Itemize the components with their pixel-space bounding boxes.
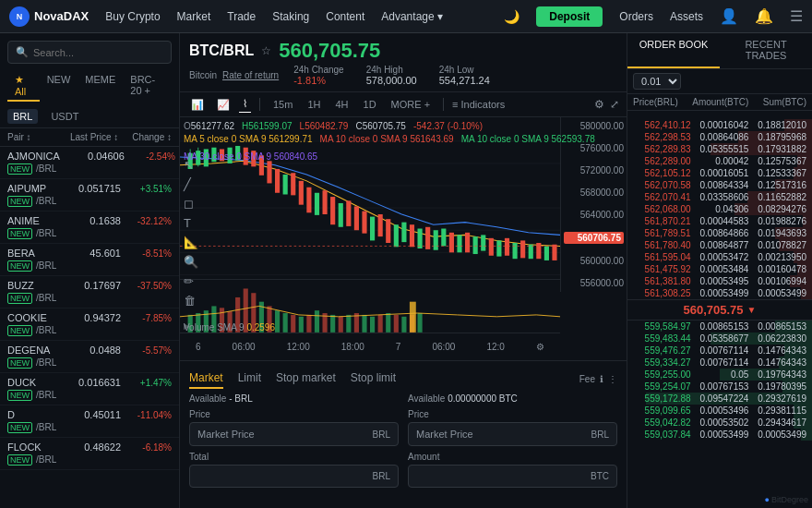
- ob-sell-row[interactable]: 562,410.12 0.00016042 0.18812010: [627, 119, 812, 131]
- deposit-button[interactable]: Deposit: [536, 6, 603, 27]
- bell-icon[interactable]: 🔔: [755, 7, 773, 25]
- ob-sell-row[interactable]: 561,381.80 0.00053495 0.00106994: [627, 275, 812, 287]
- sell-amount-input[interactable]: BTC: [408, 465, 617, 488]
- chart-canvas: O561277.62 H561599.07 L560482.79 C560705…: [180, 117, 627, 360]
- ob-buy-row[interactable]: 559,099.65 0.00053496 0.29381115: [627, 405, 812, 417]
- toolbar-area-icon[interactable]: ⌇: [239, 96, 251, 113]
- ob-sell-row[interactable]: 562,070.58 0.00864334 0.12517316: [627, 179, 812, 191]
- svg-rect-53: [536, 243, 541, 259]
- tf-more[interactable]: MORE +: [387, 97, 435, 112]
- ob-sell-row[interactable]: 562,070.41 0.03358606 0.11652882: [627, 191, 812, 203]
- chart-settings-bottom[interactable]: ⚙: [536, 342, 544, 352]
- draw-pencil-icon[interactable]: ✏: [184, 274, 198, 288]
- chart-settings-icon[interactable]: ⚙: [594, 98, 604, 111]
- tf-4h[interactable]: 4H: [330, 97, 352, 112]
- price-level-5: 560000.00: [564, 256, 624, 266]
- fav-icon[interactable]: ☆: [261, 44, 271, 57]
- ob-buy-row[interactable]: 559,042.82 0.00053502 0.29434617: [627, 417, 812, 429]
- svg-rect-42: [449, 233, 454, 253]
- ob-sell-row[interactable]: 561,595.04 0.00053472 0.00213950: [627, 251, 812, 263]
- precision-select[interactable]: 0.01: [633, 73, 681, 90]
- user-icon[interactable]: 👤: [720, 7, 738, 25]
- menu-icon[interactable]: ☰: [790, 7, 803, 25]
- ob-sell-row[interactable]: 561,475.92 0.00053484 0.00160478: [627, 263, 812, 275]
- toolbar-line-icon[interactable]: 📈: [213, 97, 233, 113]
- ob-sell-row[interactable]: 562,105.12 0.00016051 0.12533367: [627, 167, 812, 179]
- tab-brc20[interactable]: BRC-20 +: [123, 71, 172, 102]
- nav-market[interactable]: Market: [177, 10, 211, 23]
- tab-order-book[interactable]: ORDER BOOK: [627, 33, 720, 68]
- toolbar-candle-icon[interactable]: 📊: [187, 97, 208, 113]
- tab-new[interactable]: NEW: [40, 71, 78, 102]
- list-item[interactable]: COOKIE 0.94372 -7.85% NEW /BRL: [0, 308, 179, 341]
- tab-meme[interactable]: MEME: [78, 71, 123, 102]
- ob-sell-row[interactable]: 561,308.25 0.00053499 0.00053499: [627, 287, 812, 299]
- ob-buy-row[interactable]: 559,172.88 0.09547224 0.29327619: [627, 393, 812, 405]
- draw-line-icon[interactable]: ╱: [184, 177, 198, 191]
- indicators-btn[interactable]: ≡ Indicators: [452, 99, 505, 110]
- svg-rect-71: [299, 317, 304, 333]
- tf-15m[interactable]: 15m: [269, 97, 297, 112]
- list-item[interactable]: ANIME 0.1638 -32.12% NEW /BRL: [0, 212, 179, 244]
- ob-buy-row[interactable]: 559,334.27 0.00767114 0.14764343: [627, 357, 812, 369]
- rate-return[interactable]: Rate of return: [222, 70, 279, 80]
- currency-usdt[interactable]: USDT: [45, 109, 84, 124]
- tab-recent-trades[interactable]: RECENT TRADES: [720, 33, 812, 68]
- ob-sell-row[interactable]: 561,870.21 0.00044583 0.01988276: [627, 215, 812, 227]
- ob-buy-row[interactable]: 559,584.97 0.00865153 0.00865153: [627, 321, 812, 333]
- draw-delete-icon[interactable]: 🗑: [184, 294, 198, 308]
- ob-sell-row[interactable]: 562,068.00 0.04306 0.08294276: [627, 203, 812, 215]
- draw-shape-icon[interactable]: ◻: [184, 197, 198, 211]
- ob-sell-row[interactable]: 561,789.51 0.00864866 0.01943693: [627, 227, 812, 239]
- buy-total-input[interactable]: BRL: [189, 465, 399, 488]
- nav-content[interactable]: Content: [326, 10, 364, 23]
- list-item[interactable]: BUZZ 0.17697 -37.50% NEW /BRL: [0, 276, 179, 308]
- list-item[interactable]: AIPUMP 0.051715 +3.51% NEW /BRL: [0, 179, 179, 212]
- list-item[interactable]: AJMONICA 0.04606 -2.54% NEW /BRL: [0, 147, 179, 179]
- list-item[interactable]: BERA 45.601 -8.51% NEW /BRL: [0, 244, 179, 276]
- right-tabs: ORDER BOOK RECENT TRADES: [627, 33, 812, 69]
- nav-trade[interactable]: Trade: [227, 10, 256, 23]
- ob-sell-row[interactable]: 562,289.83 0.05355515 0.17931882: [627, 143, 812, 155]
- draw-zoom-icon[interactable]: 🔍: [184, 255, 198, 269]
- tab-limit[interactable]: Limit: [238, 369, 261, 389]
- logo[interactable]: N NovaDAX: [9, 6, 89, 27]
- assets-link[interactable]: Assets: [670, 10, 703, 23]
- search-input[interactable]: [33, 47, 163, 58]
- draw-measure-icon[interactable]: 📐: [184, 236, 198, 249]
- draw-text-icon[interactable]: T: [184, 216, 198, 230]
- sell-price-input[interactable]: Market Price BRL: [408, 422, 617, 446]
- fee-info-icon[interactable]: ℹ: [600, 374, 603, 384]
- list-item[interactable]: FLOCK 0.48622 -6.18% NEW /BRL: [0, 438, 179, 470]
- tab-stop-market[interactable]: Stop market: [276, 369, 336, 389]
- ob-buy-row[interactable]: 559,037.84 0.00053499 0.00053499: [627, 429, 812, 441]
- ob-sell-row[interactable]: 562,298.53 0.00864086 0.18795968: [627, 131, 812, 143]
- search-box[interactable]: 🔍: [7, 41, 172, 64]
- nav-staking[interactable]: Staking: [272, 10, 309, 23]
- ob-sell-row[interactable]: 561,780.40 0.00864877 0.01078827: [627, 239, 812, 251]
- svg-rect-22: [291, 173, 295, 195]
- fee-menu-icon[interactable]: ⋮: [608, 374, 617, 384]
- buy-price-input[interactable]: Market Price BRL: [189, 422, 399, 446]
- list-item[interactable]: DEGENA 0.0488 -5.57% NEW /BRL: [0, 341, 179, 373]
- list-item[interactable]: DUCK 0.016631 +1.47% NEW /BRL: [0, 373, 179, 405]
- orders-link[interactable]: Orders: [619, 10, 653, 23]
- tf-1h[interactable]: 1H: [303, 97, 325, 112]
- nav-advantage[interactable]: Advantage ▾: [381, 10, 443, 23]
- tf-1d[interactable]: 1D: [359, 97, 381, 112]
- moon-icon[interactable]: 🌙: [504, 9, 519, 24]
- ob-buy-row[interactable]: 559,476.27 0.00767114 0.14764343: [627, 345, 812, 357]
- currency-brl[interactable]: BRL: [7, 109, 38, 124]
- ob-buy-row[interactable]: 559,483.44 0.05358677 0.06223830: [627, 333, 812, 345]
- nav-buy-crypto[interactable]: Buy Crypto: [105, 10, 160, 23]
- draw-cursor-icon[interactable]: ↖: [184, 158, 198, 172]
- ob-sell-row[interactable]: 562,289.00 0.00042 0.12575367: [627, 155, 812, 167]
- ob-buy-row[interactable]: 559,254.07 0.00767153 0.19780395: [627, 381, 812, 393]
- tab-all[interactable]: ★ All: [7, 71, 40, 102]
- chart-fullscreen-icon[interactable]: ⤢: [610, 98, 619, 111]
- tab-market[interactable]: Market: [189, 369, 223, 389]
- svg-rect-38: [418, 229, 423, 249]
- list-item[interactable]: D 0.45011 -11.04% NEW /BRL: [0, 405, 179, 438]
- ob-buy-row[interactable]: 559,255.00 0.05 0.19764343: [627, 369, 812, 381]
- tab-stop-limit[interactable]: Stop limit: [351, 369, 396, 389]
